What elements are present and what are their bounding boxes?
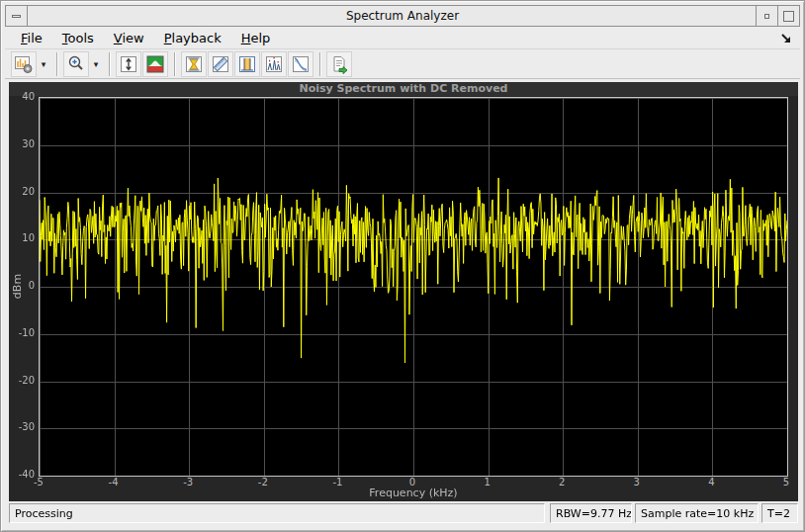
y-tick-label: 10 [9, 232, 35, 243]
plot-panel: Noisy Spectrum with DC Removed 403020100… [9, 82, 798, 501]
menu-view[interactable]: View [104, 29, 154, 47]
rbw-value: RBW=9.77 Hz [556, 507, 632, 520]
y-tick-label: 30 [9, 138, 35, 149]
menu-playback[interactable]: Playback [154, 29, 231, 47]
rbw-panel: RBW=9.77 Hz [550, 503, 632, 523]
spectrum-settings-dropdown[interactable]: ▾ [38, 59, 49, 69]
green-red-mask-icon [145, 54, 165, 74]
ccdf-measurements-button[interactable] [288, 51, 313, 77]
dock-button[interactable] [778, 31, 794, 46]
document-green-arrow-icon [329, 54, 349, 74]
time-value: T=2 [767, 507, 790, 520]
maximize-button[interactable] [777, 6, 799, 26]
titlebar[interactable]: Spectrum Analyzer [5, 5, 800, 27]
fit-vertical-arrows-icon [119, 54, 138, 74]
status-message-panel: Processing [9, 503, 545, 523]
yellow-hourglass-icon [184, 54, 204, 74]
toolbar-separator [56, 52, 58, 76]
generate-script-button[interactable] [326, 51, 352, 77]
y-tick-label: 20 [9, 186, 35, 197]
y-tick-label: -30 [9, 421, 35, 432]
zoom-dropdown[interactable]: ▾ [90, 59, 102, 69]
spectral-mask-button[interactable] [142, 51, 168, 77]
window-title: Spectrum Analyzer [6, 9, 799, 23]
peaks-red-dots-icon [264, 54, 284, 74]
y-tick-label: 40 [9, 91, 35, 102]
y-tick-label: -20 [9, 375, 35, 386]
sample-rate-panel: Sample rate=10 kHz [635, 503, 759, 523]
menu-tools[interactable]: Tools [52, 29, 104, 47]
fit-to-view-button[interactable] [116, 51, 141, 77]
menu-file[interactable]: File [11, 29, 52, 47]
menubar: File Tools View Playback Help [5, 28, 800, 49]
spectrum-analyzer-window: Spectrum Analyzer File Tools View Playba… [0, 0, 805, 532]
ruler-icon [211, 54, 230, 74]
x-axis-label: Frequency (kHz) [39, 487, 788, 499]
distortion-measurements-button[interactable] [208, 51, 233, 77]
dock-arrow-icon [780, 33, 792, 44]
zoom-in-button[interactable] [63, 51, 89, 77]
spectrum-settings-button[interactable] [11, 51, 37, 77]
magnifier-plus-icon [66, 54, 86, 74]
y-tick-label: -10 [9, 327, 35, 338]
maximize-icon [783, 11, 794, 22]
spectrum-canvas[interactable] [39, 97, 788, 477]
menu-help[interactable]: Help [231, 29, 281, 47]
statusbar: Processing RBW=9.77 Hz Sample rate=10 kH… [5, 501, 802, 527]
toolbar-separator [109, 52, 111, 76]
plot-title: Noisy Spectrum with DC Removed [9, 82, 798, 96]
time-panel: T=2 [761, 503, 798, 523]
minimize-icon [764, 14, 769, 19]
descending-curve-icon [291, 54, 311, 74]
channel-band-icon [237, 54, 257, 74]
cursor-measurements-button[interactable] [181, 51, 207, 77]
minimize-button[interactable] [756, 6, 777, 26]
status-message: Processing [15, 507, 73, 520]
toolbar-separator [174, 52, 176, 76]
y-axis-label: dBm [11, 274, 24, 299]
peak-finder-button[interactable] [261, 51, 287, 77]
toolbar: ▾ ▾ [5, 49, 800, 79]
toolbar-separator [319, 52, 321, 76]
sample-rate-value: Sample rate=10 kHz [641, 507, 754, 520]
channel-measurements-button[interactable] [234, 51, 260, 77]
bar-chart-gear-icon [14, 54, 34, 74]
